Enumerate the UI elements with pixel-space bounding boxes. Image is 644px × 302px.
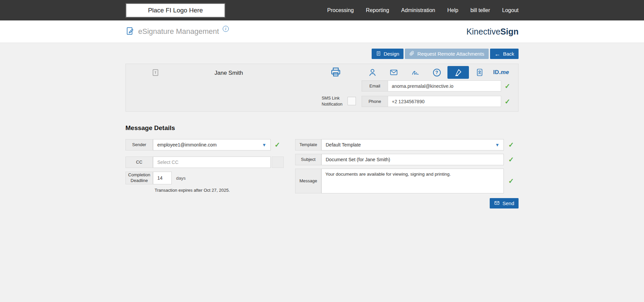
template-value: Default Template (326, 142, 361, 147)
subject-input[interactable] (321, 154, 504, 165)
recipient-image-placeholder-icon (151, 68, 160, 78)
main-nav: Processing Reporting Administration Help… (327, 7, 519, 13)
email-delivery-icon[interactable] (383, 66, 405, 79)
app-header: eSignature Management i KinectiveSign (0, 20, 644, 43)
main-content: Design Request Remote Attachments ← Back (0, 43, 644, 208)
template-row: Template Default Template ▼ ✓ (295, 139, 519, 150)
phone-input[interactable] (388, 96, 501, 107)
template-valid-check-icon: ✓ (505, 141, 518, 149)
nav-reporting[interactable]: Reporting (366, 7, 389, 13)
cc-row: CC (125, 157, 284, 168)
message-textarea[interactable]: Your documents are available for viewing… (321, 169, 504, 193)
expiry-note: Transaction expires after Oct 27, 2025. (155, 188, 284, 193)
delivery-method-strip: ? ID.me (362, 66, 512, 79)
nav-logout[interactable]: Logout (502, 7, 519, 13)
recipient-name: Jane Smith (162, 70, 296, 76)
completion-deadline-input[interactable] (153, 172, 172, 184)
brand-product: Sign (500, 27, 519, 36)
nav-processing[interactable]: Processing (327, 7, 354, 13)
chevron-down-icon: ▼ (495, 142, 499, 147)
completion-deadline-label: Completion Deadline (125, 172, 153, 184)
design-button[interactable]: Design (372, 49, 404, 59)
chevron-down-icon: ▼ (262, 142, 266, 147)
sender-valid-check-icon: ✓ (271, 141, 284, 149)
nav-help[interactable]: Help (447, 7, 458, 13)
days-unit-label: days (176, 176, 186, 181)
cc-status-cell (272, 157, 284, 168)
kiosk-icon[interactable] (469, 66, 490, 79)
sender-row: Sender employee1@immonline.com ▼ ✓ (125, 139, 284, 150)
sms-link-notification-checkbox[interactable] (347, 97, 356, 105)
sender-label: Sender (125, 139, 153, 150)
idme-logo: ID.me (493, 69, 509, 76)
fi-logo-placeholder: Place FI Logo Here (125, 3, 225, 18)
message-row: Message Your documents are available for… (295, 169, 519, 193)
cc-label: CC (125, 157, 153, 168)
recipient-panel: Jane Smith (125, 64, 519, 112)
kinective-sign-logo: KinectiveSign (466, 27, 519, 37)
top-nav-bar: Place FI Logo Here Processing Reporting … (0, 0, 644, 20)
remote-signing-icon[interactable] (447, 66, 469, 79)
template-label: Template (295, 139, 321, 150)
email-label: Email (362, 80, 388, 92)
back-arrow-icon: ← (494, 51, 500, 57)
message-label: Message (295, 169, 321, 193)
subject-row: Subject ✓ (295, 154, 519, 165)
message-details-heading: Message Details (125, 124, 519, 132)
email-valid-check-icon: ✓ (501, 80, 514, 92)
in-person-icon[interactable] (362, 66, 383, 79)
esignature-doc-icon (125, 26, 135, 37)
message-valid-check-icon: ✓ (505, 177, 518, 185)
phone-label: Phone (362, 96, 388, 107)
send-envelope-icon (494, 200, 500, 207)
completion-deadline-row: Completion Deadline days (125, 172, 284, 184)
phone-valid-check-icon: ✓ (501, 96, 514, 107)
design-doc-icon (376, 51, 381, 57)
sender-value: employee1@immonline.com (157, 142, 217, 147)
page-title: eSignature Management (138, 27, 219, 36)
phone-row: Phone ✓ (362, 96, 514, 107)
email-row: Email ✓ (362, 80, 514, 92)
signature-icon[interactable] (405, 66, 426, 79)
nav-administration[interactable]: Administration (401, 7, 435, 13)
send-button[interactable]: Send (490, 198, 519, 208)
question-mark-glyph: ? (433, 69, 441, 76)
sms-link-notification-label: SMS Link Notification (322, 95, 346, 107)
paperclip-icon (409, 51, 415, 57)
template-dropdown[interactable]: Default Template ▼ (321, 139, 504, 150)
email-input[interactable] (388, 80, 501, 92)
cc-input[interactable] (153, 157, 271, 168)
send-row: Send (295, 198, 519, 208)
request-remote-attachments-button[interactable]: Request Remote Attachments (405, 49, 488, 59)
message-details-right-column: Template Default Template ▼ ✓ Subject ✓ (295, 139, 519, 208)
sender-dropdown[interactable]: employee1@immonline.com ▼ (153, 139, 271, 150)
info-icon[interactable]: i (223, 26, 229, 32)
brand-name: Kinective (466, 27, 500, 36)
remote-help-icon[interactable]: ? (426, 66, 447, 79)
subject-label: Subject (295, 154, 321, 165)
back-button[interactable]: ← Back (490, 49, 519, 59)
action-toolbar: Design Request Remote Attachments ← Back (125, 49, 519, 59)
nav-user-bill-teller[interactable]: bill teller (470, 7, 490, 13)
message-details-left-column: Sender employee1@immonline.com ▼ ✓ CC Co (125, 139, 284, 193)
print-icon[interactable] (330, 66, 342, 79)
subject-valid-check-icon: ✓ (505, 156, 518, 164)
fi-logo-text: Place FI Logo Here (148, 7, 203, 14)
idme-icon[interactable]: ID.me (490, 66, 512, 79)
